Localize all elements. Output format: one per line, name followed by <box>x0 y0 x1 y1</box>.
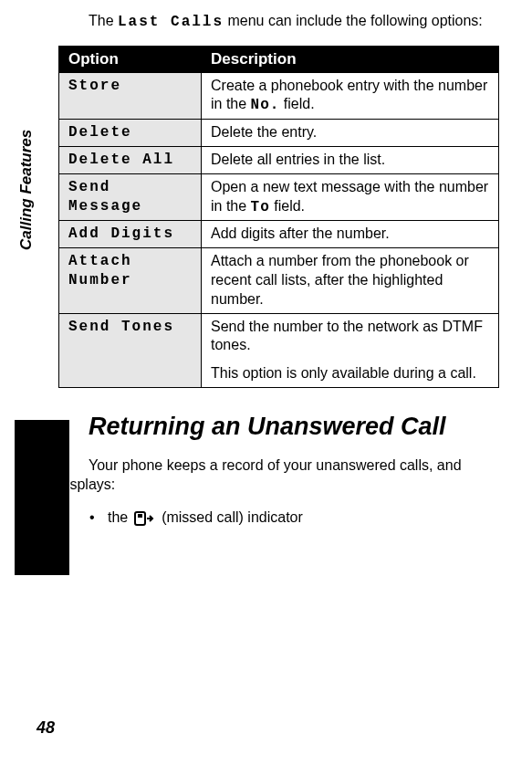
intro-post: menu can include the following options: <box>224 13 483 28</box>
table-row: Send Tones Send the number to the networ… <box>59 313 499 387</box>
table-row: Attach Number Attach a number from the p… <box>59 248 499 313</box>
section-title: Returning an Unanswered Call <box>89 414 499 441</box>
svg-rect-4 <box>138 514 142 518</box>
opt-add-digits: Add Digits <box>59 221 202 248</box>
opt-store: Store <box>59 72 202 120</box>
desc-store: Create a phonebook entry with the number… <box>202 72 499 120</box>
list-item: the (missed call) indicator <box>89 508 499 528</box>
phone-icon <box>18 421 82 485</box>
opt-attach-number: Attach Number <box>59 248 202 313</box>
table-row: Store Create a phonebook entry with the … <box>59 72 499 120</box>
opt-send-tones: Send Tones <box>59 313 202 387</box>
desc-add-digits: Add digits after the number. <box>202 221 499 248</box>
side-label: Calling Features <box>17 68 36 250</box>
header-description: Description <box>202 46 499 72</box>
table-row: Delete All Delete all entries in the lis… <box>59 146 499 173</box>
section-returning-call: Returning an Unanswered Call Your phone … <box>58 414 499 528</box>
intro-menu-name: Last Calls <box>118 14 224 30</box>
intro-paragraph: The Last Calls menu can include the foll… <box>89 11 499 33</box>
table-row: Delete Delete the entry. <box>59 120 499 147</box>
intro-pre: The <box>89 13 118 28</box>
header-option: Option <box>59 46 202 72</box>
desc-attach-number: Attach a number from the phonebook or re… <box>202 248 499 313</box>
desc-send-tones: Send the number to the network as DTMF t… <box>202 313 499 387</box>
opt-send-message: Send Message <box>59 173 202 221</box>
desc-send-message: Open a new text message with the number … <box>202 173 499 221</box>
desc-delete: Delete the entry. <box>202 120 499 147</box>
table-row: Add Digits Add digits after the number. <box>59 221 499 248</box>
desc-delete-all: Delete all entries in the list. <box>202 146 499 173</box>
missed-call-icon <box>134 511 156 526</box>
table-row: Send Message Open a new text message wit… <box>59 173 499 221</box>
section-body: Your phone keeps a record of your unansw… <box>58 456 499 495</box>
opt-delete-all: Delete All <box>59 146 202 173</box>
options-table: Option Description Store Create a phoneb… <box>58 46 499 388</box>
bullet-list: the (missed call) indicator <box>89 508 499 528</box>
page-number: 48 <box>37 718 55 738</box>
opt-delete: Delete <box>59 120 202 147</box>
table-header-row: Option Description <box>59 46 499 72</box>
